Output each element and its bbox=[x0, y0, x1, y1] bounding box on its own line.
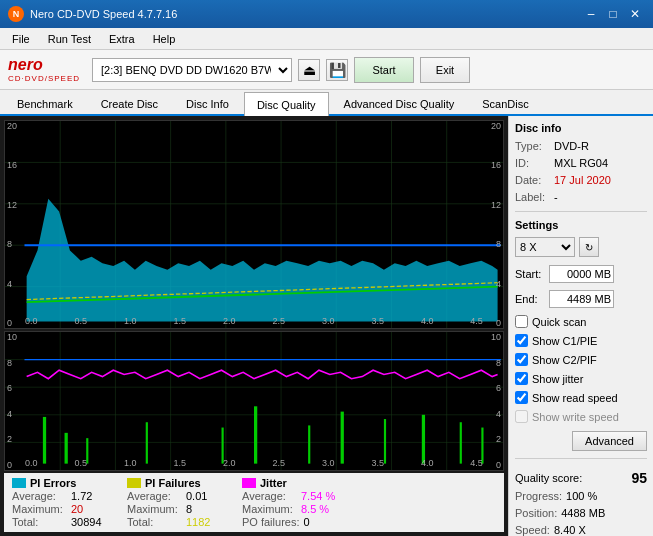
minimize-button[interactable]: – bbox=[581, 4, 601, 24]
show-read-speed-checkbox[interactable] bbox=[515, 391, 528, 404]
menu-run-test[interactable]: Run Test bbox=[40, 31, 99, 47]
tab-scan-disc[interactable]: ScanDisc bbox=[469, 92, 541, 114]
start-input-row: Start: bbox=[515, 265, 647, 283]
pi-failures-avg-label: Average: bbox=[127, 490, 182, 502]
end-input[interactable] bbox=[549, 290, 614, 308]
speed-row: Speed: 8.40 X bbox=[515, 524, 647, 536]
jitter-max-value: 8.5 % bbox=[301, 503, 341, 515]
start-button[interactable]: Start bbox=[354, 57, 414, 83]
quick-scan-checkbox[interactable] bbox=[515, 315, 528, 328]
position-value: 4488 MB bbox=[561, 507, 605, 519]
end-input-row: End: bbox=[515, 290, 647, 308]
drive-select[interactable]: [2:3] BENQ DVD DD DW1620 B7W9 bbox=[92, 58, 292, 82]
pi-errors-color-box bbox=[12, 478, 26, 488]
pi-errors-max-label: Maximum: bbox=[12, 503, 67, 515]
show-jitter-label: Show jitter bbox=[532, 373, 583, 385]
progress-label: Progress: bbox=[515, 490, 562, 502]
menu-help[interactable]: Help bbox=[145, 31, 184, 47]
disc-label-value: - bbox=[554, 191, 558, 203]
exit-button[interactable]: Exit bbox=[420, 57, 470, 83]
pi-failures-avg-row: Average: 0.01 bbox=[127, 490, 226, 502]
pi-failures-total-label: Total: bbox=[127, 516, 182, 528]
disc-type-label: Type: bbox=[515, 140, 550, 152]
chart-top-svg bbox=[5, 121, 503, 328]
pi-errors-avg-value: 1.72 bbox=[71, 490, 111, 502]
pi-errors-total-row: Total: 30894 bbox=[12, 516, 111, 528]
settings-title: Settings bbox=[515, 219, 647, 231]
title-bar: N Nero CD-DVD Speed 4.7.7.16 – □ ✕ bbox=[0, 0, 653, 28]
advanced-button[interactable]: Advanced bbox=[572, 431, 647, 451]
disc-info-title: Disc info bbox=[515, 122, 647, 134]
jitter-color-box bbox=[242, 478, 256, 488]
save-icon[interactable]: 💾 bbox=[326, 59, 348, 81]
disc-date-row: Date: 17 Jul 2020 bbox=[515, 174, 647, 186]
jitter-po-value: 0 bbox=[303, 516, 343, 528]
pi-errors-total-value: 30894 bbox=[71, 516, 111, 528]
position-label: Position: bbox=[515, 507, 557, 519]
jitter-max-label: Maximum: bbox=[242, 503, 297, 515]
speed-select[interactable]: 8 X Max 2 X 4 X 16 X bbox=[515, 237, 575, 257]
start-label: Start: bbox=[515, 268, 545, 280]
legend-pi-errors: PI Errors Average: 1.72 Maximum: 20 Tota… bbox=[12, 477, 111, 528]
svg-rect-27 bbox=[86, 438, 88, 463]
pi-errors-max-value: 20 bbox=[71, 503, 111, 515]
svg-rect-28 bbox=[146, 422, 148, 463]
svg-rect-29 bbox=[222, 428, 224, 464]
tab-create-disc[interactable]: Create Disc bbox=[88, 92, 171, 114]
legend-pi-failures: PI Failures Average: 0.01 Maximum: 8 Tot… bbox=[127, 477, 226, 528]
tab-advanced-disc-quality[interactable]: Advanced Disc Quality bbox=[331, 92, 468, 114]
pi-errors-avg-row: Average: 1.72 bbox=[12, 490, 111, 502]
disc-id-row: ID: MXL RG04 bbox=[515, 157, 647, 169]
svg-rect-36 bbox=[481, 428, 483, 464]
legend-area: PI Errors Average: 1.72 Maximum: 20 Tota… bbox=[4, 473, 504, 532]
divider-2 bbox=[515, 458, 647, 459]
show-read-speed-row: Show read speed bbox=[515, 391, 647, 404]
speed-label: Speed: bbox=[515, 524, 550, 536]
disc-id-label: ID: bbox=[515, 157, 550, 169]
show-jitter-checkbox[interactable] bbox=[515, 372, 528, 385]
show-write-speed-row: Show write speed bbox=[515, 410, 647, 423]
start-input[interactable] bbox=[549, 265, 614, 283]
close-button[interactable]: ✕ bbox=[625, 4, 645, 24]
tab-disc-quality[interactable]: Disc Quality bbox=[244, 92, 329, 116]
title-bar-left: N Nero CD-DVD Speed 4.7.7.16 bbox=[8, 6, 177, 22]
show-c2pif-row: Show C2/PIF bbox=[515, 353, 647, 366]
jitter-avg-value: 7.54 % bbox=[301, 490, 341, 502]
svg-rect-35 bbox=[460, 422, 462, 463]
pi-failures-title: PI Failures bbox=[145, 477, 201, 489]
jitter-avg-label: Average: bbox=[242, 490, 297, 502]
show-jitter-row: Show jitter bbox=[515, 372, 647, 385]
menu-file[interactable]: File bbox=[4, 31, 38, 47]
refresh-button[interactable]: ↻ bbox=[579, 237, 599, 257]
pi-errors-max-row: Maximum: 20 bbox=[12, 503, 111, 515]
maximize-button[interactable]: □ bbox=[603, 4, 623, 24]
pi-errors-title: PI Errors bbox=[30, 477, 76, 489]
end-label: End: bbox=[515, 293, 545, 305]
disc-date-label: Date: bbox=[515, 174, 550, 186]
svg-rect-26 bbox=[65, 433, 68, 464]
pi-failures-max-value: 8 bbox=[186, 503, 226, 515]
chart-bottom-svg bbox=[5, 332, 503, 470]
toolbar: nero CD·DVD/SPEED [2:3] BENQ DVD DD DW16… bbox=[0, 50, 653, 90]
svg-rect-30 bbox=[254, 406, 257, 463]
tab-disc-info[interactable]: Disc Info bbox=[173, 92, 242, 114]
title-bar-text: Nero CD-DVD Speed 4.7.7.16 bbox=[30, 8, 177, 20]
disc-type-value: DVD-R bbox=[554, 140, 589, 152]
jitter-po-row: PO failures: 0 bbox=[242, 516, 343, 528]
svg-rect-25 bbox=[43, 417, 46, 464]
show-c2pif-checkbox[interactable] bbox=[515, 353, 528, 366]
progress-value: 100 % bbox=[566, 490, 597, 502]
menu-extra[interactable]: Extra bbox=[101, 31, 143, 47]
svg-rect-34 bbox=[422, 415, 425, 464]
eject-icon[interactable]: ⏏ bbox=[298, 59, 320, 81]
show-c2pif-label: Show C2/PIF bbox=[532, 354, 597, 366]
progress-row: Progress: 100 % bbox=[515, 490, 647, 502]
pi-failures-total-value: 1182 bbox=[186, 516, 226, 528]
title-bar-controls: – □ ✕ bbox=[581, 4, 645, 24]
tab-benchmark[interactable]: Benchmark bbox=[4, 92, 86, 114]
svg-rect-32 bbox=[341, 412, 344, 464]
show-write-speed-label: Show write speed bbox=[532, 411, 619, 423]
show-c1pie-checkbox[interactable] bbox=[515, 334, 528, 347]
svg-rect-33 bbox=[384, 419, 386, 464]
pi-failures-color-box bbox=[127, 478, 141, 488]
